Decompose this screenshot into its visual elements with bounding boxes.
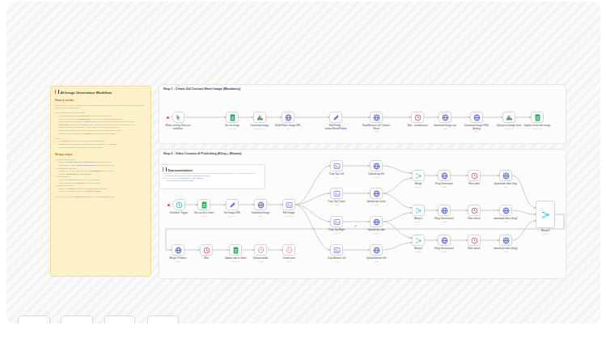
node-wait[interactable] (200, 244, 213, 256)
node-label-download-image-png-binary: Download Image PNG (binary)GET (462, 125, 491, 133)
node-when-clicking-execute-workflow[interactable] (172, 112, 184, 123)
node-nanobanana-2x2-contact-sheet[interactable] (370, 112, 383, 123)
image-icon (333, 218, 341, 226)
node-wait-nanobanana[interactable] (411, 112, 424, 123)
node-merge2[interactable] (412, 235, 425, 246)
node-upload-media[interactable] (254, 244, 267, 256)
node-label-get-social-in-sheet: Get social in sheetread: row (189, 212, 218, 217)
bottom-tab-1[interactable] (18, 315, 50, 324)
node-label-upload-to-google-drive: Upload to Google driveupload: file (494, 125, 523, 129)
node-label-wait-video: Wait video (460, 183, 489, 186)
sheets-icon (534, 114, 541, 121)
bottom-tab-3[interactable] (104, 315, 135, 324)
node-download-image-raw[interactable] (439, 112, 451, 123)
node-set-image-url[interactable] (226, 199, 239, 210)
sticky-note-documentation[interactable]: Documentation 1. Generate 4 images, anim… (159, 164, 265, 189)
node-update-sheet-with-image[interactable] (531, 112, 544, 123)
merge-icon (541, 210, 550, 219)
workflow-canvas[interactable]: AI Image Generation Workflow How it work… (6, 2, 600, 324)
node-build-public-image-url[interactable] (282, 112, 295, 123)
blotato-icon (286, 247, 293, 254)
note-icon (55, 90, 59, 94)
node-upload-top-left[interactable] (370, 160, 383, 171)
node-label-kling-generation1: Kling Generation1POST (430, 218, 459, 222)
wait-icon (414, 114, 422, 121)
node-label-kling-generation: Kling GenerationPOST (430, 183, 459, 188)
blotato-icon (257, 247, 265, 254)
node-label-upload-top-left: Upload top leftPOST (362, 173, 391, 178)
connection-add-icon[interactable]: + (354, 223, 358, 228)
node-label-nanobanana-2x2-contact-sheet: NanoBanana 2x2 Contact SheetPOST (362, 125, 391, 133)
trigger-indicator-dot (167, 116, 169, 119)
sticky-section-heading: Setup steps (55, 153, 146, 156)
globe-icon (441, 172, 448, 180)
node-merge-3-videos[interactable] (172, 244, 184, 256)
node-label-download-video-kling2: download video kling2GET (491, 248, 520, 252)
drive-icon (506, 114, 513, 121)
globe-icon (373, 190, 380, 197)
pencil-icon (333, 114, 340, 121)
node-wait-video1[interactable] (468, 205, 481, 216)
image-icon (286, 201, 293, 209)
node-label-merge1: Merge1combine (404, 218, 433, 222)
node-label-merge3: Merge3combine (531, 230, 560, 235)
bottom-tab-2[interactable] (61, 315, 93, 324)
wait-icon (471, 172, 478, 180)
node-upload-top-center[interactable] (370, 188, 383, 199)
wait-icon (471, 207, 478, 214)
node-upload-bottom-left[interactable] (370, 244, 383, 256)
node-merge3[interactable] (536, 201, 555, 228)
node-label-upload-media: Upload mediaPOST (246, 257, 275, 262)
node-download-video-kling[interactable] (499, 170, 512, 181)
node-kling-generation2[interactable] (438, 235, 451, 246)
node-label-create-post: Create postPOST (274, 257, 303, 262)
node-merge[interactable] (412, 170, 425, 181)
globe-icon (502, 172, 510, 180)
node-crop-top-right[interactable] (330, 216, 343, 227)
node-label-download-video-kling: download video klingGET (491, 183, 520, 188)
node-get-url-image[interactable] (226, 112, 239, 123)
node-kling-generation[interactable] (438, 170, 451, 181)
step2-title: Step 2 - Video Creation & Publishing (Kl… (159, 150, 566, 155)
node-label-merge-3-videos: Merge 3 VideosPOST (163, 257, 193, 262)
globe-icon (441, 237, 448, 244)
node-crop-top-center[interactable] (330, 188, 343, 199)
node-download-image-png-binary[interactable] (470, 112, 483, 123)
node-download-image2[interactable] (254, 199, 267, 210)
node-schedule-trigger[interactable] (172, 199, 185, 210)
node-label-set-image-url: Set Image URLmanual (218, 212, 247, 217)
sheets-icon (201, 201, 208, 209)
node-kling-generation1[interactable] (438, 205, 451, 216)
clock-icon (176, 201, 183, 209)
node-label-upload-top-right: Upload top rightPOST (362, 229, 391, 234)
merge-icon (415, 237, 422, 244)
node-get-social-in-sheet[interactable] (197, 199, 210, 210)
node-label-update-sheet-with-image: Update sheet with imageupdate: row (523, 125, 552, 129)
image-icon (333, 190, 341, 197)
node-wait-video2[interactable] (468, 235, 481, 246)
node-download-video-kling2[interactable] (499, 235, 512, 246)
node-label-wait-nanobanana: Wait - nanobanana (403, 125, 432, 128)
node-edit-image[interactable] (282, 199, 295, 210)
node-label-crop-top-left: Crop Top Leftcrop (322, 173, 351, 178)
node-label-merge2: Merge2combine (404, 248, 433, 252)
node-upload-top-right[interactable] (370, 216, 383, 227)
merge-icon (415, 207, 422, 214)
node-merge1[interactable] (412, 205, 425, 216)
pencil-icon (229, 201, 236, 209)
node-edit-fields-contactsheetprompt[interactable] (329, 112, 342, 123)
node-download-video-kling1[interactable] (499, 205, 512, 216)
sticky-note-body: How it worksThis workflow creates AI ima… (55, 99, 146, 198)
node-label-download-image: Download imagedownload: file (245, 125, 274, 129)
node-label-build-public-image-url: Build Public Image URLnote (273, 125, 303, 129)
node-wait-video[interactable] (468, 170, 481, 181)
node-download-image[interactable] (253, 112, 266, 123)
node-create-post[interactable] (282, 244, 295, 256)
bottom-tab-4[interactable] (147, 315, 179, 324)
node-upload-to-google-drive[interactable] (502, 112, 515, 123)
node-crop-bottom-left[interactable] (330, 244, 343, 256)
sticky-note-ai-image-generation[interactable]: AI Image Generation Workflow How it work… (50, 86, 151, 277)
node-crop-top-left[interactable] (330, 160, 343, 171)
node-update-row-in-sheet[interactable] (229, 244, 242, 256)
node-label-download-video-kling1: download video kling1GET (491, 218, 520, 222)
